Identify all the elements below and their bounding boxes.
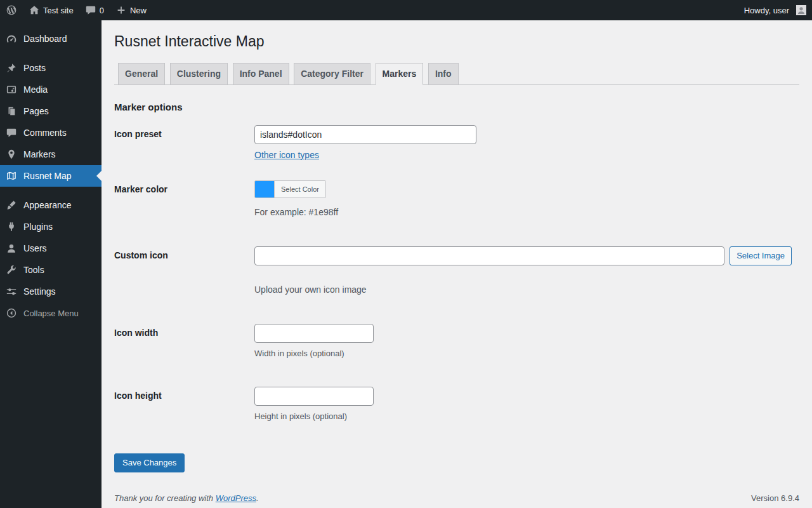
admin-bar-spacer — [152, 0, 738, 20]
tab-clustering[interactable]: Clustering — [170, 63, 228, 85]
save-changes-button[interactable]: Save Changes — [114, 453, 185, 472]
section-heading: Marker options — [114, 102, 799, 112]
icon-width-hint: Width in pixels (optional) — [254, 349, 792, 358]
sidebar: Dashboard Posts Media Pages Comments Mar… — [0, 20, 102, 508]
tab-category-filter[interactable]: Category Filter — [294, 63, 370, 85]
sidebar-item-label: Markers — [23, 149, 56, 159]
new-label: New — [130, 6, 147, 15]
admin-footer: Thank you for creating with WordPress. V… — [102, 487, 812, 508]
site-name-label: Test site — [43, 6, 74, 15]
icon-width-input[interactable] — [254, 324, 374, 343]
admin-bar-new[interactable]: New — [110, 0, 152, 20]
collapse-menu-label: Collapse Menu — [23, 309, 79, 318]
tab-info-panel[interactable]: Info Panel — [233, 63, 289, 85]
collapse-arrow-icon — [5, 307, 18, 319]
sidebar-item-posts[interactable]: Posts — [0, 57, 102, 79]
main-content: Rusnet Interactive Map General Clusterin… — [102, 0, 812, 508]
howdy-label: Howdy, user — [744, 6, 789, 15]
other-icon-types-link[interactable]: Other icon types — [254, 150, 319, 160]
tools-icon — [5, 264, 18, 276]
custom-icon-input[interactable] — [254, 246, 724, 265]
sidebar-item-label: Comments — [23, 128, 67, 138]
admin-bar: Test site 0 New Howdy, user — [0, 0, 812, 20]
media-icon — [5, 83, 18, 96]
sidebar-item-label: Rusnet Map — [23, 171, 71, 181]
plus-icon — [115, 4, 127, 16]
sidebar-item-plugins[interactable]: Plugins — [0, 216, 102, 237]
sidebar-item-label: Dashboard — [23, 34, 67, 44]
custom-icon-hint: Upload your own icon image — [254, 284, 792, 295]
sidebar-item-label: Posts — [23, 63, 46, 73]
marker-options-form: Icon preset Other icon types Marker colo… — [114, 115, 799, 439]
tab-info[interactable]: Info — [428, 63, 459, 85]
sidebar-item-label: Pages — [23, 106, 49, 116]
icon-height-row: Icon height Height in pixels (optional) — [114, 377, 799, 439]
icon-height-label: Icon height — [114, 387, 254, 429]
custom-icon-row: Custom icon Select Image Upload your own… — [114, 236, 799, 314]
sidebar-item-settings[interactable]: Settings — [0, 281, 102, 302]
wordpress-logo-menu[interactable] — [0, 0, 23, 20]
pages-icon — [5, 105, 18, 117]
icon-preset-input[interactable] — [254, 125, 476, 144]
sidebar-item-appearance[interactable]: Appearance — [0, 194, 102, 216]
icon-width-label: Icon width — [114, 324, 254, 366]
sidebar-item-rusnet-map[interactable]: Rusnet Map — [0, 165, 102, 187]
sidebar-item-label: Appearance — [23, 200, 72, 210]
marker-color-hint: For example: #1e98ff — [254, 207, 792, 217]
avatar — [796, 5, 806, 15]
sidebar-item-label: Users — [23, 243, 47, 253]
home-icon — [29, 4, 40, 16]
dashboard-icon — [5, 32, 18, 45]
sidebar-item-pages[interactable]: Pages — [0, 100, 102, 122]
footer-version: Version 6.9.4 — [751, 493, 799, 503]
tab-markers[interactable]: Markers — [376, 63, 424, 85]
sidebar-item-media[interactable]: Media — [0, 79, 102, 100]
select-color-label: Select Color — [274, 181, 325, 197]
markers-pin-icon — [5, 148, 18, 161]
admin-bar-site-name[interactable]: Test site — [23, 0, 79, 20]
comments-bubble-icon — [85, 4, 96, 16]
appearance-icon — [5, 199, 18, 211]
marker-color-row: Marker color Select Color For example: #… — [114, 170, 799, 236]
menu-separator — [0, 187, 102, 194]
tab-general[interactable]: General — [118, 63, 165, 85]
howdy-account-menu[interactable]: Howdy, user — [738, 0, 812, 20]
sidebar-item-dashboard[interactable]: Dashboard — [0, 28, 102, 50]
admin-bar-comments[interactable]: 0 — [79, 0, 110, 20]
color-swatch — [255, 181, 274, 197]
sidebar-item-tools[interactable]: Tools — [0, 259, 102, 281]
wordpress-link[interactable]: WordPress — [216, 493, 256, 503]
users-icon — [5, 242, 18, 255]
comments-icon — [5, 126, 18, 139]
sidebar-item-label: Tools — [23, 265, 44, 275]
collapse-menu-button[interactable]: Collapse Menu — [0, 302, 102, 324]
icon-height-hint: Height in pixels (optional) — [254, 411, 792, 421]
footer-thankyou: Thank you for creating with WordPress. — [114, 493, 259, 503]
color-picker-button[interactable]: Select Color — [254, 180, 326, 198]
icon-preset-label: Icon preset — [114, 125, 254, 160]
footer-period: . — [256, 493, 259, 503]
comments-count: 0 — [100, 6, 104, 15]
sidebar-item-comments[interactable]: Comments — [0, 122, 102, 144]
icon-preset-row: Icon preset Other icon types — [114, 115, 799, 170]
sidebar-item-label: Plugins — [23, 222, 53, 232]
footer-thankyou-text: Thank you for creating with — [114, 493, 216, 503]
sidebar-item-markers[interactable]: Markers — [0, 144, 102, 165]
map-icon — [5, 170, 18, 182]
custom-icon-label: Custom icon — [114, 246, 254, 304]
sidebar-item-label: Media — [23, 84, 48, 95]
select-image-button[interactable]: Select Image — [730, 246, 792, 265]
tab-bar: General Clustering Info Panel Category F… — [114, 63, 799, 85]
settings-icon — [5, 285, 18, 298]
menu-separator — [0, 50, 102, 57]
icon-height-input[interactable] — [254, 387, 374, 406]
wordpress-logo-icon — [6, 4, 17, 16]
plugins-icon — [5, 220, 18, 233]
icon-width-row: Icon width Width in pixels (optional) — [114, 314, 799, 377]
marker-color-label: Marker color — [114, 180, 254, 226]
sidebar-item-label: Settings — [23, 286, 56, 297]
page-title: Rusnet Interactive Map — [114, 27, 799, 54]
posts-icon — [5, 62, 18, 74]
sidebar-item-users[interactable]: Users — [0, 237, 102, 259]
